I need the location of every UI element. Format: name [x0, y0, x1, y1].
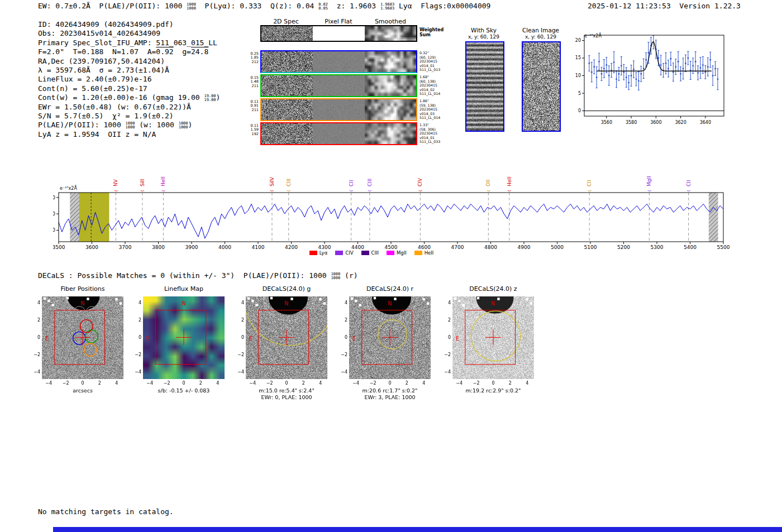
meta-line: 511_LL_013 [419, 68, 447, 72]
line-label-paren: ( [487, 190, 491, 191]
x-tick-label: 4200 [285, 245, 298, 250]
data-point [636, 78, 637, 80]
weighted-2d-image [261, 26, 313, 41]
saturated-pixel [290, 298, 293, 300]
saturated-pixel [270, 297, 273, 299]
data-point [675, 66, 676, 68]
meta-line: v014_02 [419, 88, 447, 92]
cutout-x-tick-label: 0 [76, 381, 89, 386]
fraction-bottom: 1000 [179, 126, 188, 130]
cutout-y-tick-label: 4 [437, 300, 451, 305]
legend-swatch [309, 251, 317, 255]
full-spectrum-plot: (NV(SiII(HeII(SiIV(CIII(CII(CIII(CIV(OII… [53, 167, 730, 250]
x-tick-label: 3900 [185, 245, 198, 250]
fiber-circle [73, 356, 86, 369]
fraction-bottom: 19.00 [204, 98, 216, 102]
x-tick-label: 5500 [717, 245, 730, 250]
data-point [704, 71, 706, 73]
saturated-pixel [256, 304, 258, 306]
fiber-circle [60, 332, 73, 344]
data-point [640, 73, 642, 75]
aperture-circle [471, 311, 520, 361]
spec2d-smoothed-image [365, 99, 416, 120]
fiber-circle [66, 344, 79, 357]
legend-swatch [387, 251, 394, 255]
data-point [714, 68, 716, 69]
cutout-y-tick-label: 0 [27, 335, 40, 340]
line-label: CII [686, 180, 692, 186]
meta-line: v014_03 [419, 112, 447, 116]
saturated-pixel [427, 302, 429, 304]
spec2d-pixelflat-image [313, 123, 365, 144]
cutout-title: DECaLS(24.0) r [338, 285, 442, 293]
with-sky-image [465, 41, 504, 132]
data-point [697, 72, 699, 74]
weighted-sum-label: Weighted Sum [419, 27, 444, 37]
x-tick-label: 3580 [626, 120, 637, 125]
x-tick-label: 3620 [675, 120, 686, 125]
x-tick-label: 3560 [601, 120, 612, 125]
cutout-y-tick-label: −2 [334, 352, 347, 357]
data-point [645, 59, 647, 61]
compass-north-label: N [491, 300, 495, 306]
cutout-xlabel: arcsecs [30, 387, 136, 394]
cutout-caption: EWr: 3, PLAE: 1000 [337, 394, 443, 400]
footer-line-1: No matching targets in catalog. [38, 507, 174, 516]
cutout-x-tick-label: −4 [143, 381, 156, 386]
cutout-x-tick-label: −4 [246, 381, 259, 386]
decals-header: DECaLS : Possible Matches = 0 (within +/… [38, 271, 358, 280]
spec2d-row-stats: 0.151.48211 [245, 76, 259, 88]
cutout-x-tick-label: 0 [487, 381, 500, 386]
cutout-y-tick-label: 4 [231, 300, 244, 305]
spec2d-smoothed-image [365, 75, 416, 96]
line-label: SiII [140, 179, 145, 186]
cutout-x-tick-label: 4 [211, 381, 225, 386]
with-sky-coords: x, y: 60, 129 [457, 34, 511, 40]
spec2d-fiber-row [260, 74, 417, 97]
fiber-circle [60, 356, 73, 369]
saturated-pixel [247, 297, 250, 299]
saturated-pixel [251, 300, 254, 302]
cutout-y-tick-label: −2 [27, 352, 40, 357]
meta-line: 20230415 [419, 107, 447, 112]
cutout-x-tick-label: 2 [503, 381, 517, 386]
saturated-pixel [87, 298, 89, 300]
spec2d-row-meta: 1.86"(59, 138)20230415v014_03511_LL_014 [419, 99, 447, 120]
line-label: MgII [646, 176, 652, 186]
legend-item: CIII [361, 250, 379, 256]
saturated-pixel [351, 297, 353, 299]
y-tick-label: 20 [53, 211, 55, 217]
cutout-overlay: NE [452, 296, 534, 379]
text-run: 24.8 [191, 47, 208, 56]
data-point [638, 80, 640, 82]
cutout-x-tick-label: 4 [417, 381, 431, 386]
data-point [588, 63, 590, 64]
data-point [601, 73, 603, 75]
info-line: P(LAE)/P(OII): 1000 10001000 (w: 1000 10… [38, 121, 220, 130]
meta-line: 20230415 [419, 83, 447, 88]
line-label-paren: ( [507, 190, 512, 191]
legend-swatch [335, 251, 343, 255]
compass-east-label: E [45, 336, 49, 342]
line-label-paren: ( [161, 190, 166, 191]
data-point [678, 61, 679, 63]
emission-line-band [78, 193, 109, 242]
line-label: HeII [160, 176, 166, 186]
legend-swatch [361, 251, 369, 255]
data-point [670, 58, 671, 60]
fraction-bottom: 1000 [187, 7, 196, 11]
data-point [593, 66, 595, 68]
cutout-y-tick-label: −2 [128, 352, 141, 357]
cutout-overlay: NE [349, 296, 431, 379]
x-tick-label: 5200 [617, 245, 630, 250]
info-line: Cont(w) = 1.20(±0.00)e-16 (gmag 19.00 19… [38, 93, 220, 102]
cutout-overlay: NE [42, 296, 123, 379]
stacked-fraction: 10001000 [331, 272, 340, 280]
x-tick-label: 3700 [119, 245, 132, 250]
line-label-paren: ( [287, 190, 291, 191]
info-line: λ = 3597.68Å σ = 2.73(±1.04)Å [38, 66, 220, 75]
cutout-x-tick-label: 2 [194, 381, 207, 386]
line-label: SiIV [269, 176, 275, 186]
data-point [685, 63, 686, 64]
data-point [709, 59, 711, 61]
